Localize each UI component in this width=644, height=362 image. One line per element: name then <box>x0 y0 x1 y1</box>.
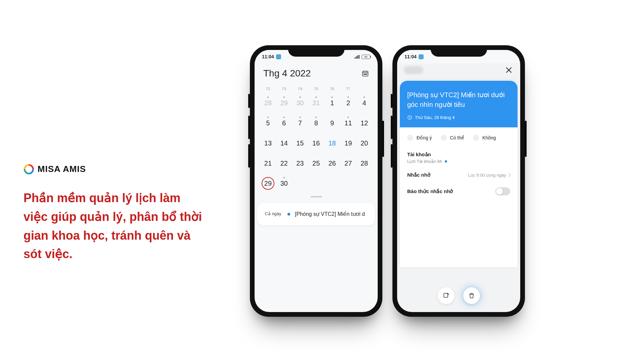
rsvp-option[interactable]: Có thể <box>441 135 464 141</box>
calendar-day[interactable]: 29 <box>276 93 292 113</box>
calendar-day[interactable]: 28 <box>260 93 276 113</box>
svg-point-9 <box>364 74 364 75</box>
day-event-dot <box>283 117 285 118</box>
sheet-handle[interactable] <box>311 196 322 197</box>
phone-mockup-detail: 11:04 [Phóng sự VTC2] Miến tươi dưới góc… <box>392 45 525 317</box>
calendar-day[interactable]: 22 <box>276 153 292 173</box>
day-number: 29 <box>280 99 288 107</box>
calendar-day[interactable]: 2 <box>340 93 356 113</box>
delete-button[interactable] <box>463 287 480 304</box>
brand-name: MISA AMIS <box>38 164 86 174</box>
calendar-day[interactable]: 6 <box>276 113 292 133</box>
phone-mockup-calendar: 11:04 52 Thg 4 2022 T2T3T4T5T6T7 2829303… <box>250 45 382 317</box>
radio-icon <box>407 135 413 141</box>
day-number: 8 <box>314 119 318 127</box>
close-button[interactable] <box>504 65 514 75</box>
day-number: 15 <box>297 139 304 147</box>
status-app-icon <box>276 54 281 59</box>
calendar-day[interactable]: 11 <box>340 113 356 133</box>
calendar-day[interactable]: 9 <box>324 113 340 133</box>
calendar-day[interactable]: 7 <box>292 113 308 133</box>
dow-label: T3 <box>276 85 292 93</box>
calendar-goto-icon[interactable] <box>362 70 369 77</box>
rsvp-label: Không <box>482 135 496 140</box>
calendar-day[interactable]: 13 <box>260 133 276 153</box>
calendar-day[interactable]: 4 <box>356 93 372 113</box>
account-label: Tài khoản <box>400 152 518 158</box>
calendar-day[interactable]: 31 <box>308 93 324 113</box>
calendar-day[interactable]: 29 <box>260 173 276 193</box>
day-number: 29 <box>262 177 274 190</box>
calendar-day[interactable]: 25 <box>308 153 324 173</box>
calendar-day[interactable]: 1 <box>324 93 340 113</box>
rsvp-row: Đồng ýCó thểKhông <box>400 127 518 149</box>
dow-label: T5 <box>308 85 324 93</box>
calendar-day[interactable]: 12 <box>356 113 372 133</box>
radio-icon <box>441 135 447 141</box>
day-number: 28 <box>264 99 272 107</box>
day-event-dot <box>283 177 285 178</box>
calendar-day[interactable]: 16 <box>308 133 324 153</box>
calendar-day[interactable]: 23 <box>292 153 308 173</box>
calendar-day[interactable]: 20 <box>356 133 372 153</box>
rsvp-option[interactable]: Không <box>473 135 496 141</box>
calendar-days-grid: 2829303112456789111213141516181920212223… <box>260 93 372 193</box>
rsvp-option[interactable]: Đồng ý <box>407 135 432 141</box>
dow-label: T6 <box>324 85 340 93</box>
reminder-row[interactable]: Nhắc nhở Lúc 9:00 cùng ngày <box>400 164 518 178</box>
calendar-day[interactable]: 8 <box>308 113 324 133</box>
day-number: 23 <box>297 160 304 167</box>
alarm-label: Báo thức nhắc nhở <box>407 188 453 194</box>
calendar-day[interactable]: 28 <box>356 153 372 173</box>
account-color-dot <box>445 160 447 163</box>
day-number: 13 <box>264 139 272 147</box>
calendar-day[interactable]: 15 <box>292 133 308 153</box>
day-number: 30 <box>297 99 304 107</box>
status-time: 11:04 <box>262 54 274 59</box>
day-number: 6 <box>282 119 286 127</box>
calendar-day[interactable]: 21 <box>260 153 276 173</box>
day-number: 16 <box>312 139 320 147</box>
day-event-dot <box>347 117 349 118</box>
day-event-dot <box>267 97 269 98</box>
calendar-title[interactable]: Thg 4 2022 <box>263 68 311 79</box>
calendar-day[interactable]: 30 <box>276 173 292 193</box>
day-number: 1 <box>330 99 334 107</box>
calendar-day[interactable]: 26 <box>324 153 340 173</box>
day-number: 21 <box>264 160 272 167</box>
calendar-day[interactable]: 5 <box>260 113 276 133</box>
brand-mark-icon <box>23 164 34 175</box>
day-event-dot <box>267 177 269 178</box>
day-number: 18 <box>328 139 336 147</box>
day-number: 2 <box>346 99 350 107</box>
svg-point-10 <box>366 74 367 75</box>
day-event-dot <box>267 117 269 118</box>
alarm-toggle[interactable] <box>495 187 510 195</box>
events-sheet: Cả ngày [Phóng sự VTC2] Miến tươi d <box>257 203 375 225</box>
day-event-dot <box>331 97 333 98</box>
event-color-dot <box>287 213 290 216</box>
event-row[interactable]: Cả ngày [Phóng sự VTC2] Miến tươi d <box>257 208 375 220</box>
status-time: 11:04 <box>405 54 417 59</box>
dow-label: T7 <box>340 85 356 93</box>
signal-icon <box>355 55 360 59</box>
calendar-day[interactable]: 30 <box>292 93 308 113</box>
svg-rect-14 <box>444 293 448 297</box>
calendar-day[interactable]: 27 <box>340 153 356 173</box>
rsvp-label: Có thể <box>450 135 464 140</box>
event-title: [Phóng sự VTC2] Miến tươi d <box>295 211 365 217</box>
day-number: 9 <box>330 119 334 127</box>
day-number: 30 <box>280 180 288 187</box>
calendar-day[interactable]: 19 <box>340 133 356 153</box>
day-number: 27 <box>344 160 352 167</box>
edit-button[interactable] <box>438 287 454 304</box>
day-number: 5 <box>266 119 270 127</box>
blurred-pill <box>404 66 423 74</box>
calendar-day[interactable]: 14 <box>276 133 292 153</box>
reminder-value: Lúc 9:00 cùng ngày <box>468 173 506 178</box>
day-number: 28 <box>361 160 368 167</box>
day-event-dot <box>315 97 317 98</box>
calendar-day[interactable]: 18 <box>324 133 340 153</box>
day-event-dot <box>300 117 301 118</box>
detail-title: [Phóng sự VTC2] Miến tươi dưới góc nhìn … <box>407 90 510 110</box>
